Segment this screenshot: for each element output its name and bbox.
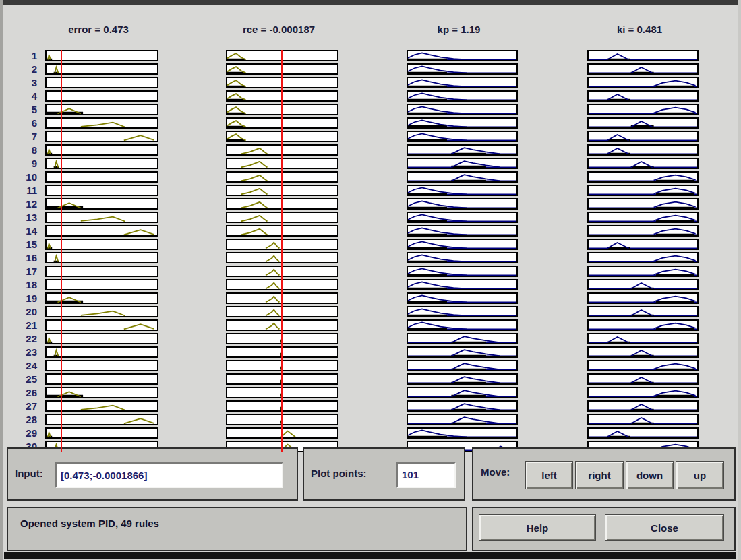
rule-cell-error[interactable] bbox=[45, 306, 158, 317]
rule-number[interactable]: 1 bbox=[9, 50, 37, 61]
rule-cell-error[interactable] bbox=[45, 427, 158, 439]
rule-cell-kp bbox=[407, 131, 518, 142]
rule-cell-ki bbox=[587, 185, 699, 196]
rule-number[interactable]: 6 bbox=[9, 117, 37, 129]
column-header-rce: rce = -0.000187 bbox=[223, 24, 335, 37]
rule-number[interactable]: 23 bbox=[9, 346, 37, 358]
plot-points-field[interactable]: 101 bbox=[396, 462, 456, 488]
rule-cell-error[interactable] bbox=[45, 63, 158, 75]
rule-cell-ki bbox=[587, 171, 699, 183]
rule-cell-kp bbox=[407, 225, 518, 237]
rule-cell-error[interactable] bbox=[45, 319, 158, 331]
rule-cell-error[interactable] bbox=[45, 346, 158, 358]
rule-number[interactable]: 22 bbox=[9, 333, 37, 344]
window-top-edge bbox=[0, 0, 741, 5]
rule-cell-error[interactable] bbox=[45, 252, 158, 263]
rule-cell-error[interactable] bbox=[45, 414, 158, 425]
rule-cell-error[interactable] bbox=[45, 171, 158, 183]
rule-number[interactable]: 14 bbox=[9, 225, 37, 237]
rule-number[interactable]: 12 bbox=[9, 198, 37, 210]
rule-cell-kp bbox=[407, 117, 518, 129]
rule-cell-error[interactable] bbox=[45, 131, 158, 142]
input-cursor-line-error[interactable] bbox=[61, 50, 62, 452]
window-right-edge bbox=[738, 0, 741, 560]
rule-cell-ki bbox=[587, 144, 699, 156]
rule-cell-error[interactable] bbox=[45, 387, 158, 398]
rule-number[interactable]: 27 bbox=[9, 400, 37, 412]
rule-number[interactable]: 7 bbox=[9, 131, 37, 142]
rule-number[interactable]: 17 bbox=[9, 266, 37, 277]
rule-cell-ki bbox=[587, 131, 699, 142]
rule-number[interactable]: 5 bbox=[9, 104, 37, 115]
rule-cell-kp bbox=[407, 306, 518, 317]
column-header-error: error = 0.473 bbox=[42, 24, 155, 37]
rule-cell-ki bbox=[587, 266, 699, 277]
rule-number[interactable]: 26 bbox=[9, 387, 37, 398]
rule-number[interactable]: 20 bbox=[9, 306, 37, 317]
plot-points-panel: Plot points: 101 bbox=[303, 447, 465, 501]
rule-cell-ki bbox=[587, 400, 699, 412]
move-up-button[interactable]: up bbox=[676, 461, 724, 489]
rule-cell-kp bbox=[407, 414, 518, 425]
rule-cell-error[interactable] bbox=[45, 333, 158, 344]
rule-cell-error[interactable] bbox=[45, 292, 158, 304]
status-message: Opened system PID, 49 rules bbox=[20, 518, 159, 529]
rule-cell-error[interactable] bbox=[45, 212, 158, 223]
rule-number[interactable]: 18 bbox=[9, 279, 37, 290]
rule-cell-kp bbox=[407, 198, 518, 210]
rule-cell-error[interactable] bbox=[45, 185, 158, 196]
rule-cell-error[interactable] bbox=[45, 400, 158, 412]
rule-number[interactable]: 2 bbox=[9, 63, 37, 75]
rule-cell-error[interactable] bbox=[45, 117, 158, 129]
rule-number[interactable]: 3 bbox=[9, 77, 37, 88]
plot-points-label: Plot points: bbox=[311, 468, 367, 479]
rule-cell-kp bbox=[407, 212, 518, 223]
rule-cell-error[interactable] bbox=[45, 104, 158, 115]
rule-cell-kp bbox=[407, 90, 518, 102]
rule-cell-ki bbox=[587, 225, 699, 237]
rule-cell-error[interactable] bbox=[45, 77, 158, 88]
rule-cell-kp bbox=[407, 104, 518, 115]
rule-cell-error[interactable] bbox=[45, 144, 158, 156]
rule-cell-error[interactable] bbox=[45, 158, 158, 169]
rule-number[interactable]: 28 bbox=[9, 414, 37, 425]
input-cursor-line-rce[interactable] bbox=[281, 50, 283, 452]
rule-number[interactable]: 8 bbox=[9, 144, 37, 156]
rule-cell-ki bbox=[587, 360, 699, 371]
rule-cell-error[interactable] bbox=[45, 360, 158, 371]
close-button[interactable]: Close bbox=[605, 514, 724, 541]
input-vector-field[interactable] bbox=[55, 462, 283, 488]
rule-number[interactable]: 13 bbox=[9, 212, 37, 223]
rule-number[interactable]: 9 bbox=[9, 158, 37, 169]
move-down-button[interactable]: down bbox=[626, 461, 674, 489]
help-button[interactable]: Help bbox=[479, 514, 596, 541]
rule-cell-kp bbox=[407, 185, 518, 196]
rule-number[interactable]: 15 bbox=[9, 239, 37, 250]
rule-number[interactable]: 11 bbox=[9, 185, 37, 196]
rule-number[interactable]: 24 bbox=[9, 360, 37, 371]
rule-cell-kp bbox=[407, 239, 518, 250]
rule-number[interactable]: 10 bbox=[9, 171, 37, 183]
rule-number[interactable]: 25 bbox=[9, 373, 37, 385]
rule-cell-error[interactable] bbox=[45, 225, 158, 237]
rule-cell-ki bbox=[587, 373, 699, 385]
rule-cell-error[interactable] bbox=[45, 279, 158, 290]
rule-cell-kp bbox=[407, 373, 518, 385]
rule-cell-error[interactable] bbox=[45, 90, 158, 102]
rule-cell-error[interactable] bbox=[45, 50, 158, 61]
rule-cell-error[interactable] bbox=[45, 239, 158, 250]
rule-number[interactable]: 19 bbox=[9, 292, 37, 304]
rule-cell-error[interactable] bbox=[45, 373, 158, 385]
move-left-button[interactable]: left bbox=[525, 461, 573, 489]
rule-number[interactable]: 16 bbox=[9, 252, 37, 263]
rule-number[interactable]: 21 bbox=[9, 319, 37, 331]
help-close-panel: Help Close bbox=[472, 507, 736, 551]
rule-cell-error[interactable] bbox=[45, 198, 158, 210]
rule-cell-error[interactable] bbox=[45, 266, 158, 277]
move-label: Move: bbox=[481, 466, 510, 478]
move-right-button[interactable]: right bbox=[575, 461, 624, 489]
rule-cell-kp bbox=[407, 144, 518, 156]
rule-number[interactable]: 29 bbox=[9, 427, 37, 439]
rule-number[interactable]: 4 bbox=[9, 90, 37, 102]
rule-cell-kp bbox=[407, 63, 518, 75]
